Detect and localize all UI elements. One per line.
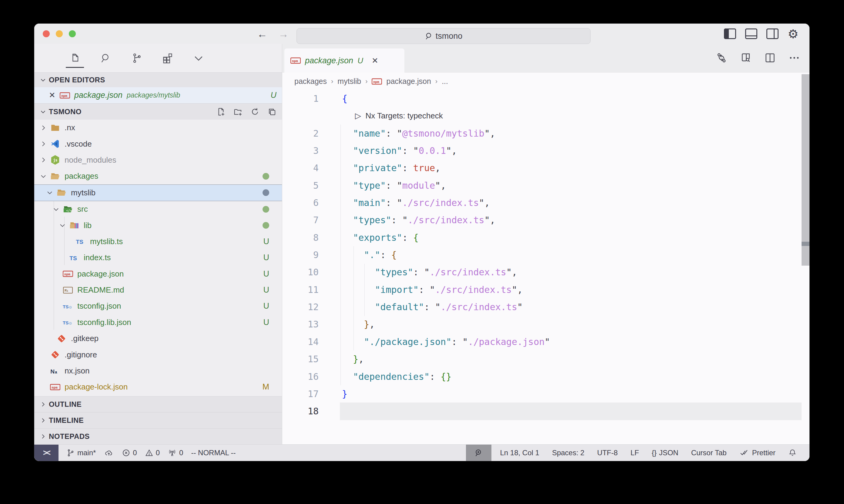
tree-item-node-modules[interactable]: jsnode_modules bbox=[34, 152, 282, 168]
status-lf[interactable]: LF bbox=[631, 449, 639, 457]
status-error[interactable]: 0 bbox=[122, 449, 137, 457]
preview-icon[interactable] bbox=[740, 52, 752, 64]
section-timeline[interactable]: TIMELINE bbox=[34, 412, 282, 428]
close-editor-icon[interactable]: ✕ bbox=[49, 91, 55, 100]
breadcrumb-item[interactable]: packages bbox=[294, 77, 327, 86]
svg-text:TS: TS bbox=[76, 239, 83, 245]
zoom-indicator[interactable] bbox=[466, 445, 492, 461]
zoom-window-button[interactable] bbox=[69, 30, 76, 37]
svg-text:js: js bbox=[53, 158, 57, 163]
new-folder-icon[interactable] bbox=[234, 107, 243, 116]
overview-ruler-cursor-mark bbox=[802, 242, 809, 246]
activity-explorer-icon[interactable] bbox=[68, 49, 82, 67]
tree-item-tsconfig-lib-json[interactable]: TS⚙tsconfig.lib.jsonU bbox=[34, 314, 282, 330]
npm-icon: npm bbox=[290, 57, 301, 65]
open-editor-item[interactable]: ✕ npm package.json packages/mytslib U bbox=[34, 87, 282, 103]
forward-icon[interactable]: → bbox=[278, 29, 289, 39]
workspace-header[interactable]: TSMONO bbox=[34, 103, 282, 120]
git-icon bbox=[56, 334, 67, 344]
status-utf-8[interactable]: UTF-8 bbox=[597, 449, 618, 457]
chevron-right-icon bbox=[40, 417, 46, 424]
remote-indicator[interactable]: >< bbox=[34, 445, 58, 461]
status-cloud-upload[interactable] bbox=[104, 449, 114, 457]
activity-extensions-icon[interactable] bbox=[161, 49, 174, 67]
minimize-window-button[interactable] bbox=[56, 30, 63, 37]
tree-item-readme-md[interactable]: M↓README.mdU bbox=[34, 282, 282, 298]
status-branch[interactable]: main* bbox=[66, 449, 96, 457]
split-editor-icon[interactable] bbox=[764, 52, 776, 64]
tree-item-index-ts[interactable]: TSindex.tsU bbox=[34, 250, 282, 266]
breadcrumb-separator: › bbox=[365, 77, 367, 85]
collapse-all-icon[interactable] bbox=[268, 107, 276, 116]
activity-source-control-icon[interactable] bbox=[130, 49, 143, 67]
svg-text:npm: npm bbox=[64, 272, 70, 276]
breadcrumb-item[interactable]: ... bbox=[442, 77, 448, 86]
status-bar: ><main*000-- NORMAL --Ln 18, Col 1Spaces… bbox=[34, 444, 809, 461]
tree-item-label: .gitignore bbox=[65, 350, 97, 360]
status-tower[interactable]: 0 bbox=[168, 449, 183, 457]
breadcrumb-separator: › bbox=[331, 77, 333, 85]
git-status-badge: U bbox=[263, 269, 270, 278]
activity-search-icon[interactable] bbox=[99, 49, 113, 67]
new-file-icon[interactable] bbox=[217, 107, 226, 116]
section-notepads[interactable]: NOTEPADS bbox=[34, 428, 282, 444]
tree-item-src[interactable]: </>src bbox=[34, 201, 282, 217]
toggle-left-panel-icon[interactable] bbox=[724, 29, 736, 39]
open-editors-header[interactable]: OPEN EDITORS bbox=[34, 72, 282, 87]
toggle-right-panel-icon[interactable] bbox=[767, 29, 778, 39]
tree-item-label: mytslib.ts bbox=[90, 237, 123, 246]
breadcrumb-item[interactable]: package.json bbox=[386, 77, 431, 86]
code-line-9: ".": { bbox=[342, 246, 797, 264]
open-changes-icon[interactable] bbox=[716, 52, 728, 64]
tree-item-mytslib-ts[interactable]: TSmytslib.tsU bbox=[34, 234, 282, 250]
code-line-8: "exports": { bbox=[342, 229, 797, 246]
open-editor-filename: package.json bbox=[74, 91, 122, 100]
breadcrumb-item[interactable]: mytslib bbox=[338, 77, 361, 86]
tab-package-json[interactable]: npm package.json U ✕ bbox=[285, 49, 404, 73]
close-tab-icon[interactable]: ✕ bbox=[372, 56, 378, 66]
status--normal-[interactable]: -- NORMAL -- bbox=[191, 449, 236, 457]
tree-item-label: packages bbox=[65, 172, 98, 181]
folder-src-icon: </> bbox=[63, 204, 73, 214]
code-line-2: "name": "@tsmono/mytslib", bbox=[342, 125, 797, 142]
chevron-down-icon bbox=[59, 222, 66, 229]
tree-item-tsconfig-json[interactable]: TS⚙tsconfig.jsonU bbox=[34, 298, 282, 314]
refresh-icon[interactable] bbox=[251, 107, 259, 116]
tree-item--gitkeep[interactable]: .gitkeep bbox=[34, 330, 282, 346]
activity-more-chevron-icon[interactable] bbox=[192, 49, 205, 67]
status-double-check[interactable]: Prettier bbox=[739, 449, 775, 457]
status-cursor-tab[interactable]: Cursor Tab bbox=[691, 449, 727, 457]
codelens-nx-targets[interactable]: ▷ Nx Targets: typecheck bbox=[342, 107, 797, 125]
tree-item-packages[interactable]: packages bbox=[34, 168, 282, 184]
code-editor[interactable]: 123456789101112131415161718 {▷ Nx Target… bbox=[282, 90, 809, 444]
back-icon[interactable]: ← bbox=[257, 29, 268, 39]
svg-text:TS: TS bbox=[63, 320, 69, 325]
tree-item-package-json[interactable]: npmpackage.jsonU bbox=[34, 266, 282, 282]
tree-item-package-lock-json[interactable]: npmpackage-lock.jsonM bbox=[34, 379, 282, 395]
tree-item--nx[interactable]: .nx bbox=[34, 120, 282, 136]
tree-item--gitignore[interactable]: .gitignore bbox=[34, 346, 282, 363]
tree-item-nx-json[interactable]: Nᴥnx.json bbox=[34, 363, 282, 379]
settings-gear-icon[interactable]: ⚙ bbox=[788, 28, 798, 40]
git-status-badge: U bbox=[263, 318, 270, 327]
section-outline[interactable]: OUTLINE bbox=[34, 396, 282, 412]
toggle-bottom-panel-icon[interactable] bbox=[745, 29, 757, 39]
code-line-12: "default": "./src/index.ts" bbox=[342, 298, 797, 316]
tree-item-mytslib[interactable]: mytslib bbox=[34, 184, 282, 201]
breadcrumbs: packages›mytslib›npmpackage.json›... bbox=[282, 73, 809, 90]
status-ln-18-col-1[interactable]: Ln 18, Col 1 bbox=[500, 449, 539, 457]
tree-item-lib[interactable]: lib bbox=[34, 217, 282, 233]
status-spaces-2[interactable]: Spaces: 2 bbox=[552, 449, 585, 457]
scrollbar-thumb[interactable] bbox=[802, 74, 809, 266]
status-bell[interactable] bbox=[788, 448, 797, 457]
svg-text:npm: npm bbox=[373, 80, 379, 84]
tree-item--vscode[interactable]: .vscode bbox=[34, 136, 282, 152]
command-center-search[interactable]: tsmono bbox=[296, 28, 590, 44]
more-actions-icon[interactable] bbox=[788, 52, 800, 64]
tree-item-label: mytslib bbox=[71, 188, 96, 197]
tree-item-label: .vscode bbox=[65, 139, 92, 149]
svg-text:⚙: ⚙ bbox=[69, 305, 72, 309]
status-braces[interactable]: {}JSON bbox=[652, 449, 678, 457]
status-warning[interactable]: 0 bbox=[145, 449, 160, 457]
close-window-button[interactable] bbox=[43, 30, 50, 37]
